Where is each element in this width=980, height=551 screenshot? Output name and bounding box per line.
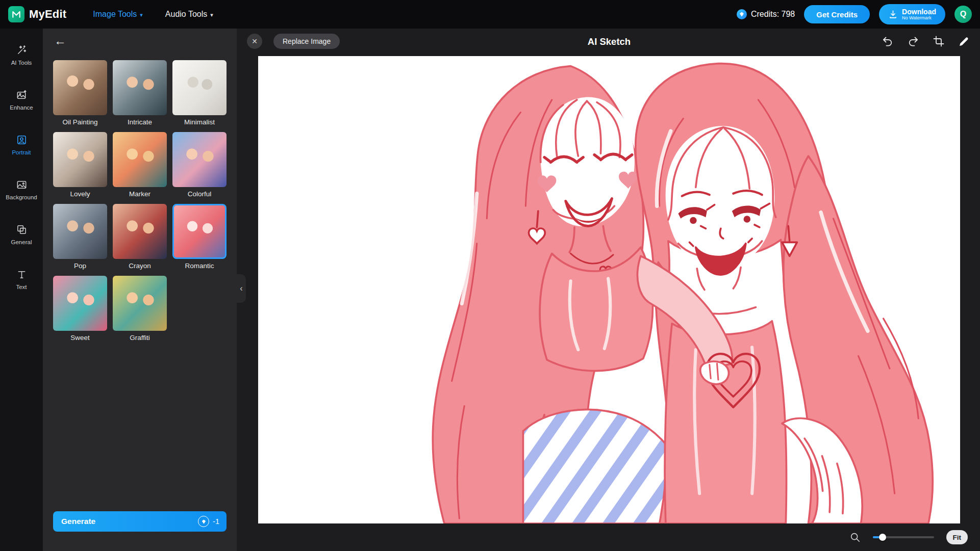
canvas-header: ✕ Replace Image AI Sketch bbox=[237, 29, 980, 56]
portrait-frame-icon bbox=[16, 134, 28, 146]
style-option-intricate[interactable]: Intricate bbox=[113, 60, 167, 126]
sidebar-label: Background bbox=[6, 194, 37, 200]
style-label: Crayon bbox=[129, 262, 151, 270]
download-button[interactable]: Download No Watermark bbox=[879, 4, 945, 24]
sidebar-label: Portrait bbox=[12, 149, 31, 155]
get-credits-button[interactable]: Get Credits bbox=[804, 5, 870, 23]
enhance-photo-icon bbox=[16, 89, 28, 101]
logo-text: MyEdit bbox=[29, 8, 66, 21]
style-option-sweet[interactable]: Sweet bbox=[53, 276, 107, 342]
myedit-logo-icon bbox=[8, 6, 24, 22]
generate-cost: -1 bbox=[213, 517, 219, 526]
sidebar-item-general[interactable]: General bbox=[0, 212, 43, 257]
style-thumbnail bbox=[53, 132, 107, 187]
style-thumbnail bbox=[172, 132, 227, 187]
style-thumbnail bbox=[172, 60, 227, 115]
style-thumbnail bbox=[113, 276, 167, 331]
myedit-logo[interactable]: MyEdit bbox=[8, 6, 66, 22]
background-image-icon bbox=[16, 179, 28, 191]
sidebar-item-ai-tools[interactable]: AI Tools bbox=[0, 33, 43, 77]
nav-audio-tools[interactable]: Audio Tools ▾ bbox=[165, 10, 213, 19]
style-label: Sweet bbox=[70, 334, 90, 342]
zoom-controls: Fit bbox=[849, 530, 968, 544]
style-option-minimalist[interactable]: Minimalist bbox=[172, 60, 227, 126]
fit-button[interactable]: Fit bbox=[946, 530, 968, 544]
download-title: Download bbox=[902, 8, 936, 16]
style-option-oil-painting[interactable]: Oil Painting bbox=[53, 60, 107, 126]
generate-label: Generate bbox=[61, 517, 95, 526]
topbar: MyEdit Image Tools ▾ Audio Tools ▾ Credi… bbox=[0, 0, 980, 29]
image-canvas[interactable] bbox=[258, 56, 960, 523]
style-label: Romantic bbox=[185, 262, 214, 270]
generate-cost-group: -1 bbox=[198, 516, 219, 527]
style-label: Oil Painting bbox=[62, 118, 97, 126]
page-title: AI Sketch bbox=[258, 36, 960, 47]
download-text: Download No Watermark bbox=[902, 8, 936, 20]
style-label: Intricate bbox=[128, 118, 152, 126]
topbar-right: Credits: 798 Get Credits Download No Wat… bbox=[737, 4, 972, 24]
nav-audio-tools-label: Audio Tools bbox=[165, 10, 207, 19]
editor-main: ✕ Replace Image AI Sketch bbox=[237, 29, 980, 551]
style-option-pop[interactable]: Pop bbox=[53, 204, 107, 270]
credits-label: Credits: 798 bbox=[751, 10, 795, 19]
top-nav: Image Tools ▾ Audio Tools ▾ bbox=[93, 10, 213, 19]
sidebar-label: AI Tools bbox=[11, 60, 32, 66]
layers-icon bbox=[16, 224, 28, 235]
style-option-crayon[interactable]: Crayon bbox=[113, 204, 167, 270]
magnifier-icon[interactable] bbox=[849, 532, 861, 543]
style-label: Graffiti bbox=[130, 334, 150, 342]
style-thumbnail-selected bbox=[172, 204, 227, 259]
style-thumbnail bbox=[113, 60, 167, 115]
credits-indicator[interactable]: Credits: 798 bbox=[737, 9, 795, 19]
nav-image-tools-label: Image Tools bbox=[93, 10, 137, 19]
style-thumbnail bbox=[53, 60, 107, 115]
undo-icon[interactable] bbox=[881, 35, 894, 48]
sidebar-label: Enhance bbox=[10, 104, 33, 111]
style-thumbnail bbox=[113, 204, 167, 259]
style-option-colorful[interactable]: Colorful bbox=[172, 132, 227, 198]
style-label: Pop bbox=[74, 262, 86, 270]
text-tool-icon bbox=[16, 269, 28, 280]
panel-collapse-handle[interactable]: ‹ bbox=[237, 274, 246, 303]
download-subtitle: No Watermark bbox=[902, 16, 932, 20]
style-label: Lovely bbox=[70, 190, 90, 198]
credit-gem-icon bbox=[198, 516, 209, 527]
style-option-marker[interactable]: Marker bbox=[113, 132, 167, 198]
sidebar-item-enhance[interactable]: Enhance bbox=[0, 77, 43, 122]
style-label: Minimalist bbox=[184, 118, 215, 126]
style-label: Colorful bbox=[188, 190, 212, 198]
zoom-slider-handle[interactable] bbox=[879, 534, 886, 541]
sidebar-item-background[interactable]: Background bbox=[0, 167, 43, 212]
style-option-graffiti[interactable]: Graffiti bbox=[113, 276, 167, 342]
download-icon bbox=[888, 10, 898, 19]
style-thumbnail bbox=[53, 276, 107, 331]
sidebar-label: General bbox=[11, 239, 32, 245]
sidebar-item-text[interactable]: Text bbox=[0, 257, 43, 302]
style-option-lovely[interactable]: Lovely bbox=[53, 132, 107, 198]
sidebar-item-portrait[interactable]: Portrait bbox=[0, 122, 43, 167]
back-button[interactable]: ← bbox=[54, 35, 66, 47]
user-avatar[interactable]: Q bbox=[954, 6, 972, 23]
zoom-slider[interactable] bbox=[873, 534, 934, 541]
style-label: Marker bbox=[129, 190, 150, 198]
sidebar-label: Text bbox=[16, 284, 27, 290]
style-option-romantic[interactable]: Romantic bbox=[172, 204, 227, 270]
style-thumbnail bbox=[113, 132, 167, 187]
crop-icon[interactable] bbox=[932, 35, 945, 48]
sketch-illustration bbox=[258, 56, 960, 523]
chevron-down-icon: ▾ bbox=[140, 12, 143, 18]
chevron-down-icon: ▾ bbox=[210, 12, 213, 18]
credits-gem-icon bbox=[737, 9, 747, 19]
redo-icon[interactable] bbox=[907, 35, 920, 48]
style-thumbnail bbox=[53, 204, 107, 259]
style-grid: Oil Painting Intricate Minimalist Lovely… bbox=[53, 60, 227, 342]
sketch-pen-icon[interactable] bbox=[958, 35, 971, 48]
styles-panel: ← Oil Painting Intricate Minimalist Love… bbox=[43, 29, 237, 551]
generate-button[interactable]: Generate -1 bbox=[53, 511, 227, 532]
tool-sidebar: AI Tools Enhance Portrait Background Gen… bbox=[0, 29, 43, 551]
canvas-toolbar bbox=[881, 35, 971, 48]
magic-wand-icon bbox=[16, 44, 28, 56]
nav-image-tools[interactable]: Image Tools ▾ bbox=[93, 10, 143, 19]
